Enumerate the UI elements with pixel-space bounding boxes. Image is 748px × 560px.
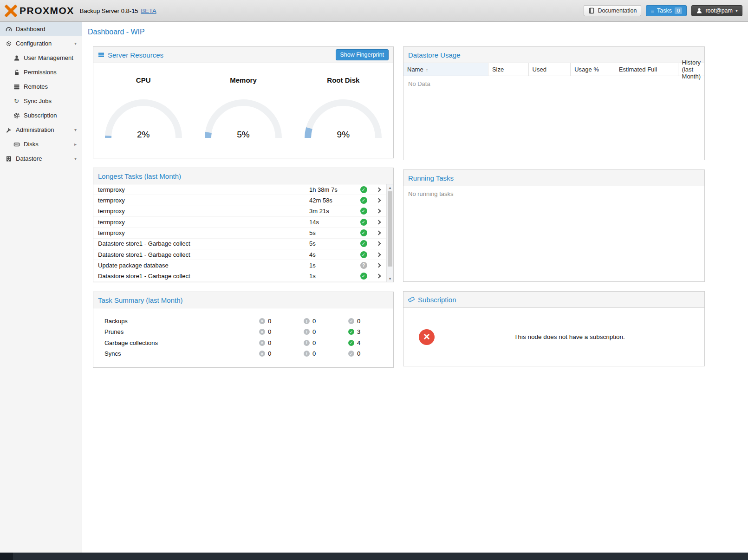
bottom-corner-widget	[0, 553, 13, 560]
subscription-panel: Subscription This node does not have a s…	[403, 291, 705, 366]
task-name: Datastore store1 - Garbage collect	[98, 240, 309, 247]
scroll-down-icon[interactable]: ▾	[387, 275, 393, 282]
open-task-button[interactable]	[371, 188, 386, 191]
task-row[interactable]: Datastore store1 - Garbage collect 5s	[93, 239, 386, 249]
error-count: 0	[268, 339, 271, 346]
summary-label: Backups	[104, 318, 259, 325]
page-header: Dashboard - WIP	[83, 22, 748, 42]
task-row[interactable]: Datastore store1 - Garbage collect 1s	[93, 271, 386, 282]
task-status-icon	[360, 262, 367, 269]
proxmox-x-icon	[5, 5, 17, 17]
scrollbar[interactable]: ▴ ▾	[386, 184, 393, 282]
user-menu-label: root@pam	[705, 7, 733, 14]
sidebar-item-user-management[interactable]: User Management	[0, 51, 82, 65]
open-task-button[interactable]	[371, 221, 386, 224]
error-count-icon	[259, 340, 265, 346]
gauge-label: Memory	[230, 76, 257, 84]
tasks-button[interactable]: ≡ Tasks 0	[646, 5, 687, 16]
table-header-row: Name ↑ Size Used Usage % Estimated Full …	[403, 63, 704, 76]
task-status-icon	[360, 219, 367, 226]
sidebar-item-disks[interactable]: Disks ▸	[0, 137, 82, 151]
ticket-icon	[408, 296, 415, 303]
task-row[interactable]: termproxy 14s	[93, 217, 386, 228]
gauge-value: 9%	[302, 130, 384, 140]
open-task-button[interactable]	[371, 209, 386, 213]
page-title: Dashboard - WIP	[88, 28, 145, 36]
sidebar-item-permissions[interactable]: Permissions	[0, 65, 82, 79]
task-row[interactable]: termproxy 1h 38m 7s	[93, 184, 386, 195]
sidebar-item-label: Subscription	[24, 112, 57, 119]
sidebar-item-configuration[interactable]: Configuration ▾	[0, 36, 82, 51]
open-task-button[interactable]	[371, 264, 386, 267]
empty-state-text: No running tasks	[403, 186, 704, 281]
longest-tasks-list: termproxy 1h 38m 7s termproxy 42m 58s te…	[93, 184, 393, 282]
task-name: Update package database	[98, 262, 309, 269]
open-task-button[interactable]	[371, 274, 386, 278]
chevron-right-icon[interactable]: ▸	[74, 142, 77, 147]
beta-link[interactable]: BETA	[141, 7, 156, 14]
task-row[interactable]: termproxy 42m 58s	[93, 195, 386, 206]
show-fingerprint-button[interactable]: Show Fingerprint	[336, 49, 389, 60]
cpu-gauge: CPU 2%	[93, 76, 193, 158]
task-row[interactable]: Datastore store1 - Garbage collect 4s	[93, 249, 386, 260]
sidebar-item-subscription[interactable]: Subscription	[0, 108, 82, 123]
column-label: Size	[492, 66, 504, 73]
warning-count-icon	[304, 329, 310, 335]
datastore-icon	[5, 156, 13, 162]
panel-title: Longest Tasks (last Month)	[98, 172, 181, 180]
task-row[interactable]: Update package database 1s	[93, 260, 386, 271]
dashboard-icon	[5, 26, 13, 33]
task-row[interactable]: termproxy 3m 21s	[93, 206, 386, 217]
user-icon	[696, 7, 702, 14]
sidebar-item-administration[interactable]: Administration ▾	[0, 123, 82, 137]
chevron-down-icon[interactable]: ▾	[74, 41, 77, 46]
column-header-size[interactable]: Size	[488, 63, 529, 76]
product-version: Backup Server 0.8-15	[80, 7, 138, 14]
warning-count-icon	[304, 351, 310, 357]
sidebar-item-label: User Management	[24, 54, 73, 61]
sidebar-item-datastore[interactable]: Datastore ▾	[0, 151, 82, 166]
gauge-value: 2%	[103, 130, 184, 140]
task-status-icon	[360, 197, 367, 204]
column-header-usage[interactable]: Usage %	[571, 63, 615, 76]
sidebar-item-remotes[interactable]: Remotes	[0, 79, 82, 94]
panel-title: Running Tasks	[408, 174, 454, 182]
running-tasks-panel: Running Tasks No running tasks	[403, 169, 705, 282]
sidebar-item-dashboard[interactable]: Dashboard	[0, 22, 82, 36]
task-status-icon	[360, 273, 367, 280]
user-menu-button[interactable]: root@pam ▾	[691, 5, 742, 16]
column-header-history[interactable]: History (last Month)	[678, 63, 704, 76]
scroll-up-icon[interactable]: ▴	[387, 184, 393, 191]
open-task-button[interactable]	[371, 253, 386, 256]
documentation-button[interactable]: Documentation	[584, 5, 641, 16]
open-task-button[interactable]	[371, 199, 386, 202]
chevron-down-icon[interactable]: ▾	[74, 156, 77, 161]
column-label: History (last Month)	[682, 59, 701, 80]
column-label: Estimated Full	[619, 66, 657, 73]
task-list-icon: ≡	[650, 8, 654, 14]
open-task-button[interactable]	[371, 242, 386, 245]
task-status-icon	[360, 229, 367, 236]
column-header-estimated-full[interactable]: Estimated Full	[615, 63, 678, 76]
root-disk-gauge: Root Disk 9%	[293, 76, 393, 158]
sort-up-icon: ↑	[426, 67, 429, 72]
sidebar-item-label: Remotes	[24, 83, 48, 90]
scrollbar-thumb[interactable]	[388, 191, 392, 267]
server-stack-icon	[13, 84, 20, 90]
subscription-message: This node does not have a subscription.	[435, 333, 704, 340]
task-row[interactable]: termproxy 5s	[93, 228, 386, 238]
chevron-down-icon: ▾	[735, 8, 738, 13]
sidebar-item-label: Datastore	[16, 155, 42, 162]
open-task-button[interactable]	[371, 231, 386, 234]
sidebar-item-label: Configuration	[16, 40, 52, 47]
chevron-down-icon[interactable]: ▾	[74, 127, 77, 132]
sidebar-item-label: Permissions	[24, 69, 57, 76]
panel-title: Task Summary (last Month)	[98, 296, 183, 304]
cogs-icon	[5, 40, 13, 47]
task-summary-panel: Task Summary (last Month) Backups 0 0 0 …	[93, 292, 394, 368]
column-header-used[interactable]: Used	[529, 63, 571, 76]
sidebar-item-sync-jobs[interactable]: ↻ Sync Jobs	[0, 94, 82, 108]
longest-tasks-panel: Longest Tasks (last Month) termproxy 1h …	[93, 168, 394, 282]
column-header-name[interactable]: Name ↑	[403, 63, 488, 76]
proxmox-logo: PROXMOX	[5, 5, 74, 17]
